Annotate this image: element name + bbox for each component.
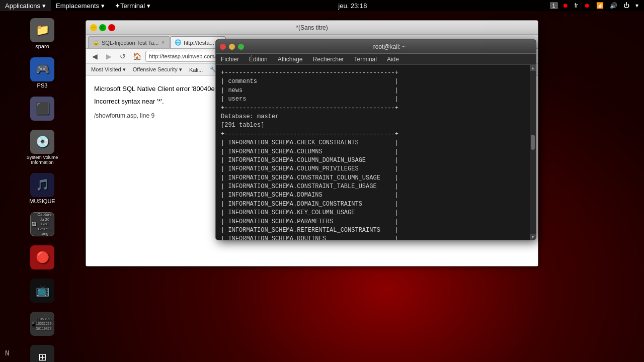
scrollbar-down-btn[interactable]: ▼ <box>530 234 536 240</box>
dock-label-sparo: sparo <box>35 43 49 49</box>
emplacements-menu[interactable]: Emplacements ▾ <box>51 0 110 11</box>
browser-forward-btn[interactable]: ▶ <box>103 51 114 62</box>
dock-item-musique[interactable]: 🎵 MUSIQUE <box>2 171 83 206</box>
browser-window-title: *(Sans titre) <box>115 24 509 31</box>
terminal-line: [291 tables] <box>221 121 531 130</box>
systemvol-icon: 💿 <box>30 130 54 154</box>
terminal-label: ✦Terminal <box>115 2 145 10</box>
tab2-label: http://testa... <box>184 40 214 46</box>
record-icon: ⏺ <box>561 2 570 9</box>
musique-icon: 🎵 <box>30 173 54 197</box>
volume-icon: 🔊 <box>608 2 619 9</box>
applications-label: Applications <box>5 2 40 10</box>
dock-item-grid[interactable]: ⊞ <box>2 343 83 362</box>
capture-icon: 🖼Capture du 201-28 12:37:....png <box>30 212 54 236</box>
tab1-favicon: 🔒 <box>93 39 100 46</box>
terminal-scrollbar[interactable]: ▲ ▼ <box>530 65 536 240</box>
emplacements-arrow: ▾ <box>101 2 105 10</box>
terminal-line: | comments | <box>221 77 531 86</box>
scrollbar-thumb[interactable] <box>531 135 535 150</box>
terminal-window[interactable]: root@kali: ~ Fichier Édition Affichage R… <box>215 39 536 240</box>
terminal-close-btn[interactable] <box>220 44 226 50</box>
term-menu-edition[interactable]: Édition <box>244 54 273 64</box>
terminal-line: | INFORMATION_SCHEMA.ROUTINES | <box>221 235 531 240</box>
bookmark-kali[interactable]: Kali... <box>187 66 205 74</box>
terminal-menubar: Fichier Édition Affichage Rechercher Ter… <box>216 54 536 65</box>
term-menu-terminal[interactable]: Terminal <box>349 54 382 64</box>
terminal-line: | INFORMATION_SCHEMA.DOMAINS | <box>221 191 531 200</box>
sparo-icon: 📁 <box>30 18 54 42</box>
phone-files-icon: 📱11053169...10531239...36119878... <box>30 312 54 336</box>
terminal-maximize-btn[interactable] <box>238 44 244 50</box>
red-icon: 🔴 <box>30 245 54 269</box>
terminal-line: +---------------------------------------… <box>221 104 531 113</box>
terminal-arrow: ▾ <box>147 2 150 10</box>
dock-label-ps3: PS3 <box>37 82 48 88</box>
power-icon: ⏻ <box>622 2 631 9</box>
browser-reload-btn[interactable]: ↺ <box>117 51 128 62</box>
terminal-line: | INFORMATION_SCHEMA.DOMAIN_CONSTRAINTS … <box>221 200 531 209</box>
terminal-title: root@kali: ~ <box>247 43 532 50</box>
browser-home-btn[interactable]: 🏠 <box>131 51 142 62</box>
terminal-menu[interactable]: ✦Terminal ▾ <box>110 0 155 11</box>
terminal-body: +---------------------------------------… <box>216 65 536 240</box>
tab1-label: SQL-Injection Test Ta... <box>102 40 158 46</box>
dock-item-media[interactable]: 📺 <box>2 277 83 306</box>
terminal-minimize-btn[interactable] <box>229 44 235 50</box>
bookmark-most-visited[interactable]: Most Visited ▾ <box>89 65 128 74</box>
dock-item-unknown1[interactable]: ⬛ <box>2 95 83 124</box>
terminal-line: | INFORMATION_SCHEMA.KEY_COLUMN_USAGE | <box>221 209 531 217</box>
topbar-datetime: jeu. 23:18 <box>155 2 549 10</box>
terminal-line: Database: master <box>221 113 531 121</box>
terminal-line: | INFORMATION_SCHEMA.CONSTRAINT_COLUMN_U… <box>221 174 531 183</box>
dock-item-systemvol[interactable]: 💿 System VolumeInformation <box>2 128 83 167</box>
top-menubar: Applications ▾ Emplacements ▾ ✦Terminal … <box>0 0 644 11</box>
ps3-icon: 🎮 <box>30 57 54 81</box>
dock-item-phone-files[interactable]: 📱11053169...10531239...36119878... <box>2 310 83 339</box>
terminal-titlebar: root@kali: ~ <box>216 40 536 54</box>
dock-item-sparo[interactable]: 📁 sparo <box>2 16 83 51</box>
terminal-line: | INFORMATION_SCHEMA.REFERENTIAL_CONSTRA… <box>221 226 531 235</box>
left-dock: 📁 sparo 🎮 PS3 ⬛ 💿 System VolumeInformati… <box>0 11 85 362</box>
term-menu-affichage[interactable]: Affichage <box>273 54 308 64</box>
topbar-right: 1 ⏺ fr ⏺ 📶 🔊 ⏻ ▾ <box>550 2 644 9</box>
bookmark-offensive-label: Offensive Security ▾ <box>133 66 182 73</box>
browser-maximize-btn[interactable]: □ <box>99 24 106 31</box>
browser-back-btn[interactable]: ◀ <box>89 51 100 62</box>
terminal-line: | INFORMATION_SCHEMA.CHECK_CONSTRAINTS | <box>221 139 531 147</box>
terminal-line: | INFORMATION_SCHEMA.CONSTRAINT_TABLE_US… <box>221 183 531 191</box>
terminal-line: | users | <box>221 95 531 104</box>
emplacements-label: Emplacements <box>56 2 99 10</box>
term-menu-fichier[interactable]: Fichier <box>216 54 244 64</box>
tab1-close-btn[interactable]: × <box>160 39 166 46</box>
terminal-line: +---------------------------------------… <box>221 69 531 77</box>
workspace-indicator: 1 <box>550 2 558 9</box>
power-arrow: ▾ <box>634 2 640 9</box>
language-indicator: fr <box>573 2 580 9</box>
terminal-output: +---------------------------------------… <box>216 65 536 240</box>
applications-menu[interactable]: Applications ▾ <box>0 0 51 11</box>
dock-label-systemvol: System VolumeInformation <box>27 155 58 165</box>
terminal-line: +---------------------------------------… <box>221 130 531 139</box>
browser-titlebar: — □ × *(Sans titre) <box>86 21 538 35</box>
dock-label-musique: MUSIQUE <box>29 198 55 204</box>
term-menu-aide[interactable]: Aide <box>382 54 404 64</box>
browser-window-controls: — □ × <box>90 24 115 31</box>
grid-icon: ⊞ <box>30 345 54 362</box>
scrollbar-up-btn[interactable]: ▲ <box>530 65 536 71</box>
bookmark-kali-label: Kali... <box>189 67 203 73</box>
terminal-line: | news | <box>221 86 531 95</box>
dock-item-ps3[interactable]: 🎮 PS3 <box>2 55 83 90</box>
browser-minimize-btn[interactable]: — <box>90 24 97 31</box>
terminal-line: | INFORMATION_SCHEMA.COLUMN_DOMAIN_USAGE… <box>221 156 531 165</box>
bookmark-offensive-security[interactable]: Offensive Security ▾ <box>131 65 184 74</box>
browser-close-btn[interactable]: × <box>108 24 115 31</box>
unknown1-icon: ⬛ <box>30 97 54 121</box>
dock-item-capture[interactable]: 🖼Capture du 201-28 12:37:....png <box>2 210 83 239</box>
wifi-icon: 📶 <box>595 2 605 9</box>
term-menu-rechercher[interactable]: Rechercher <box>308 54 349 64</box>
browser-tab-1[interactable]: 🔒 SQL-Injection Test Ta... × <box>88 36 170 48</box>
applications-arrow: ▾ <box>42 2 46 10</box>
dock-item-red[interactable]: 🔴 <box>2 243 83 273</box>
terminal-line: | INFORMATION_SCHEMA.PARAMETERS | <box>221 218 531 226</box>
